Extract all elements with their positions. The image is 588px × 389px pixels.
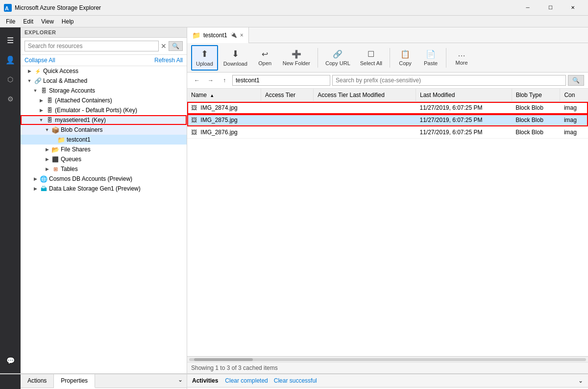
back-button[interactable]: ← xyxy=(191,74,203,86)
content-cell: imag xyxy=(560,114,588,126)
menu-file[interactable]: File xyxy=(2,16,19,27)
tab-label: testcont1 xyxy=(203,32,227,39)
file-shares-icon: 📂 xyxy=(51,146,59,153)
collapse-properties-button[interactable]: ⌄ xyxy=(174,374,187,388)
svg-text:A: A xyxy=(5,5,9,11)
blob-type-cell: Block Blob xyxy=(512,126,560,139)
properties-panel: Actions Properties ⌄ URL http://myasetie… xyxy=(21,374,187,389)
app-title: Microsoft Azure Storage Explorer xyxy=(15,4,516,11)
sort-arrow: ▲ xyxy=(210,93,214,98)
expand-arrow: ▼ xyxy=(26,78,32,84)
tree-item-local-attached[interactable]: ▼ 🔗 Local & Attached xyxy=(21,76,187,86)
tree-item-emulator[interactable]: ▶ 🗄 (Emulator - Default Ports) (Key) xyxy=(21,105,187,115)
settings-button[interactable]: ⚙ xyxy=(1,90,19,108)
forward-button[interactable]: → xyxy=(205,74,217,86)
testcont1-tab[interactable]: 📁 testcont1 🔌 × xyxy=(187,27,249,43)
feedback-button[interactable]: 💬 xyxy=(1,352,19,369)
toolbar-separator-1 xyxy=(318,48,318,68)
close-button[interactable]: ✕ xyxy=(562,0,584,16)
properties-tab[interactable]: Properties xyxy=(54,374,95,388)
maximize-button[interactable]: ☐ xyxy=(539,0,562,16)
more-icon: … xyxy=(458,49,466,58)
new-folder-button[interactable]: ➕ New Folder xyxy=(278,45,315,71)
tree-item-cosmos-db[interactable]: ▶ 🌐 Cosmos DB Accounts (Preview) xyxy=(21,174,187,184)
activities-title: Activities xyxy=(192,377,218,384)
collapse-activities-button[interactable]: ⌄ xyxy=(578,377,583,384)
bottom-section: Actions Properties ⌄ URL http://myasetie… xyxy=(0,373,588,389)
scrollbar-track[interactable] xyxy=(189,358,586,361)
minimize-button[interactable]: ─ xyxy=(516,0,539,16)
container-icon: 🔌 xyxy=(230,32,237,38)
col-last-modified[interactable]: Last Modified xyxy=(416,89,512,102)
testcont1-icon: 📁 xyxy=(57,136,65,144)
tree-item-myasetiered1[interactable]: ▼ 🗄 myasetiered1 (Key) xyxy=(21,115,187,125)
expand-arrow: ▶ xyxy=(38,107,44,113)
account-button[interactable]: 👤 xyxy=(1,51,19,69)
col-tier-last-modified[interactable]: Access Tier Last Modified xyxy=(314,89,416,102)
more-button[interactable]: … More xyxy=(449,45,474,71)
up-button[interactable]: ↑ xyxy=(219,74,230,86)
copy-icon: 📋 xyxy=(400,49,410,59)
menu-edit[interactable]: Edit xyxy=(19,16,37,27)
cosmos-db-icon: 🌐 xyxy=(40,175,48,183)
tree-item-storage-accounts[interactable]: ▼ 🗄 Storage Accounts xyxy=(21,86,187,96)
tree-item-file-shares[interactable]: ▶ 📂 File Shares xyxy=(21,145,187,154)
menu-help[interactable]: Help xyxy=(58,16,78,27)
upload-button[interactable]: ⬆ Upload xyxy=(191,45,218,71)
blob-type-cell: Block Blob xyxy=(512,102,560,114)
hamburger-menu-button[interactable]: ☰ xyxy=(1,31,19,49)
copy-label: Copy xyxy=(399,60,412,66)
storage-accounts-icon: 🗄 xyxy=(40,87,48,95)
select-all-icon: ☐ xyxy=(368,49,374,59)
file-row-img2875[interactable]: 🖼 IMG_2875.jpg 11/27/2019, 6:07:25 PM Bl… xyxy=(187,114,588,126)
paste-label: Paste xyxy=(424,60,438,66)
tree-item-queues[interactable]: ▶ ⬛ Queues xyxy=(21,154,187,164)
copy-button[interactable]: 📋 Copy xyxy=(393,45,417,71)
toolbar: ⬆ Upload ⬇ Download ↩ Open ➕ New Folder … xyxy=(187,43,588,73)
actions-tab[interactable]: Actions xyxy=(21,374,54,388)
file-name-cell: 🖼 IMG_2874.jpg xyxy=(187,102,261,114)
col-name[interactable]: Name ▲ xyxy=(187,89,261,102)
tree-item-attached-containers[interactable]: ▶ 🗄 (Attached Containers) xyxy=(21,96,187,105)
download-label: Download xyxy=(223,61,247,67)
col-content[interactable]: Con xyxy=(560,89,588,102)
scrollbar-thumb[interactable] xyxy=(194,358,253,361)
quick-access-icon: ⚡ xyxy=(34,67,42,75)
file-row-img2876[interactable]: 🖼 IMG_2876.jpg 11/27/2019, 6:07:25 PM Bl… xyxy=(187,126,588,139)
path-input[interactable] xyxy=(232,75,330,86)
search-button[interactable]: 🔍 xyxy=(169,41,183,51)
prefix-search-input[interactable] xyxy=(332,75,566,86)
plugin-button[interactable]: ⬡ xyxy=(1,71,19,88)
file-row-img2874[interactable]: 🖼 IMG_2874.jpg 11/27/2019, 6:07:25 PM Bl… xyxy=(187,102,588,114)
tree-item-testcont1[interactable]: 📁 testcont1 xyxy=(21,135,187,145)
content-cell: imag xyxy=(560,102,588,114)
file-list: Name ▲ Access Tier Access Tier Last Modi… xyxy=(187,89,588,356)
download-button[interactable]: ⬇ Download xyxy=(219,45,252,71)
copy-url-button[interactable]: 🔗 Copy URL xyxy=(321,45,355,71)
menu-view[interactable]: View xyxy=(37,16,58,27)
collapse-all-button[interactable]: Collapse All xyxy=(24,57,55,64)
tree-item-quick-access[interactable]: ▶ ⚡ Quick Access xyxy=(21,66,187,76)
tree-item-data-lake[interactable]: ▶ 🏔 Data Lake Storage Gen1 (Preview) xyxy=(21,184,187,194)
horizontal-scrollbar[interactable] xyxy=(187,356,588,362)
tree-item-tables[interactable]: ▶ ⊞ Tables xyxy=(21,164,187,174)
clear-successful-button[interactable]: Clear successful xyxy=(274,377,317,384)
prefix-search-button[interactable]: 🔍 xyxy=(568,75,584,86)
col-access-tier[interactable]: Access Tier xyxy=(261,89,313,102)
expand-arrow: ▶ xyxy=(26,68,32,74)
myasetiered1-icon: 🗄 xyxy=(46,116,53,124)
expand-arrow: ▶ xyxy=(44,156,50,162)
attached-containers-icon: 🗄 xyxy=(46,97,53,104)
col-blob-type[interactable]: Blob Type xyxy=(512,89,560,102)
paste-button[interactable]: 📄 Paste xyxy=(418,45,443,71)
search-input[interactable] xyxy=(24,41,159,51)
tree-item-blob-containers[interactable]: ▼ 📦 Blob Containers xyxy=(21,125,187,135)
tab-close-button[interactable]: × xyxy=(240,32,244,39)
tier-last-modified-cell xyxy=(314,126,416,139)
select-all-button[interactable]: ☐ Select All xyxy=(356,45,387,71)
explorer-search-bar: ✕ 🔍 xyxy=(21,38,187,55)
refresh-all-button[interactable]: Refresh All xyxy=(154,57,183,64)
clear-search-button[interactable]: ✕ xyxy=(161,42,167,50)
clear-completed-button[interactable]: Clear completed xyxy=(225,377,268,384)
open-button[interactable]: ↩ Open xyxy=(253,45,277,71)
